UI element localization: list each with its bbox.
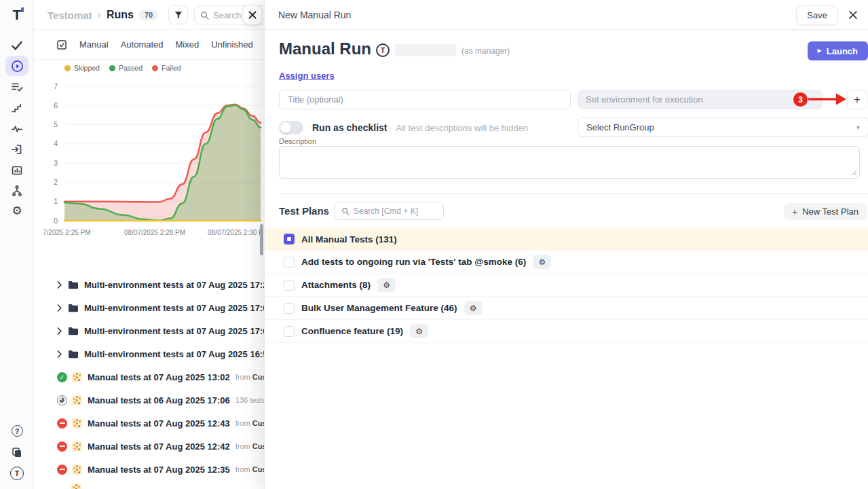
test-plan-row[interactable]: Bulk User Management Feature (46) ⚙ xyxy=(265,297,868,320)
description-textarea[interactable] xyxy=(279,146,860,179)
select-all-icon[interactable] xyxy=(56,39,67,50)
run-meta: fromCustom xyxy=(235,419,264,427)
help-button[interactable]: ? xyxy=(0,425,34,437)
test-plan-row[interactable]: Attachments (8) ⚙ xyxy=(265,274,868,297)
tab-mixed[interactable]: Mixed xyxy=(176,39,200,50)
sidebar-item-import[interactable] xyxy=(0,143,34,156)
test-plan-row-selected[interactable]: All Manual Tests (131) xyxy=(265,228,868,251)
folder-icon xyxy=(68,327,79,336)
rungroup-select[interactable]: Select RunGroup ▾ xyxy=(578,117,868,137)
sidebar-item-branches[interactable] xyxy=(0,185,34,197)
manual-run-icon xyxy=(72,372,82,382)
drawer-topbar: New Manual Run Save xyxy=(265,0,868,30)
scrollbar-thumb[interactable] xyxy=(260,224,263,255)
test-plan-row[interactable]: Confluence feature (19) ⚙ xyxy=(265,320,868,343)
run-group-row[interactable]: Multi-environment tests at 07 Aug 2025 1… xyxy=(34,273,264,296)
section-divider xyxy=(279,193,868,194)
sidebar-item-settings[interactable]: ⚙ xyxy=(0,205,34,217)
close-drawer-button[interactable] xyxy=(846,8,860,22)
breadcrumb-separator: › xyxy=(98,9,101,21)
manual-run-icon xyxy=(72,395,82,405)
rungroup-value: Select RunGroup xyxy=(586,122,654,132)
assign-users-link[interactable]: Assign users xyxy=(279,71,335,81)
annotation-badge-3: 3 xyxy=(793,92,808,107)
checkbox-unchecked[interactable] xyxy=(284,257,295,268)
failed-status-icon xyxy=(57,465,67,475)
plan-settings-button[interactable]: ⚙ xyxy=(410,324,428,338)
run-group-row[interactable]: Multi-environment tests at 07 Aug 2025 1… xyxy=(34,319,264,342)
resize-grip-icon[interactable] xyxy=(850,169,857,176)
environment-input[interactable] xyxy=(578,90,823,109)
run-group-row[interactable]: Multi-environment tests at 07 Aug 2025 1… xyxy=(34,296,264,319)
runs-trend-chart: 01234567 xyxy=(34,76,264,224)
legend-dot-icon xyxy=(64,65,71,71)
gear-icon: ⚙ xyxy=(470,304,477,313)
test-plans-search-input[interactable] xyxy=(354,206,432,216)
svg-text:1: 1 xyxy=(54,197,58,205)
plan-settings-button[interactable]: ⚙ xyxy=(533,255,551,269)
sidebar-item-test-plans[interactable] xyxy=(0,81,34,93)
failed-status-icon xyxy=(57,418,67,429)
chevron-right-icon[interactable] xyxy=(57,327,62,335)
svg-text:2: 2 xyxy=(54,178,58,186)
run-meta: fromCustom xyxy=(235,465,264,473)
tab-manual[interactable]: Manual xyxy=(79,39,109,50)
test-plans-search[interactable] xyxy=(335,202,444,220)
gear-icon: ⚙ xyxy=(538,257,546,267)
run-row[interactable]: Manual tests at 07 Aug 2025 12:35 fromCu… xyxy=(34,458,264,481)
checkbox-unchecked[interactable] xyxy=(284,303,295,314)
launch-button[interactable]: ▶ Launch xyxy=(808,41,868,60)
folder-icon xyxy=(68,304,79,312)
run-as-checklist-toggle[interactable] xyxy=(279,121,303,134)
sidebar-item-milestones[interactable] xyxy=(0,102,34,114)
save-button[interactable]: Save xyxy=(796,5,838,25)
chevron-right-icon[interactable] xyxy=(57,304,62,312)
run-meta: fromCustom xyxy=(235,442,264,450)
run-row[interactable]: Manual tests at 06 Aug 2025 17:06 136 te… xyxy=(34,388,264,412)
checkbox-unchecked[interactable] xyxy=(284,326,295,337)
checkbox-checked[interactable] xyxy=(284,234,295,244)
tab-automated[interactable]: Automated xyxy=(121,39,164,50)
close-icon xyxy=(248,11,257,19)
new-manual-run-drawer: New Manual Run Save Manual Run T (as man… xyxy=(264,0,868,489)
run-group-row[interactable]: Multi-environment tests at 07 Aug 2025 1… xyxy=(34,342,264,365)
projects-button[interactable] xyxy=(0,446,34,458)
app-logo[interactable]: T xyxy=(0,7,34,23)
checkbox-unchecked[interactable] xyxy=(284,280,295,291)
svg-text:4: 4 xyxy=(54,139,58,147)
description-label: Description xyxy=(279,137,316,145)
sidebar-item-tests[interactable] xyxy=(0,39,34,52)
tab-unfinished[interactable]: Unfinished xyxy=(211,39,252,50)
account-button[interactable]: T xyxy=(0,467,34,480)
chevron-right-icon[interactable] xyxy=(57,350,62,358)
play-circle-icon xyxy=(11,60,24,73)
run-label: Manual tests at 07 Aug 2025 13:02 xyxy=(88,372,230,382)
legend-dot-icon xyxy=(152,65,158,71)
clear-search-button[interactable] xyxy=(243,5,262,24)
filter-button[interactable] xyxy=(168,5,188,24)
sidebar-item-runs[interactable] xyxy=(0,60,34,73)
run-icon-partial xyxy=(71,484,81,489)
plan-settings-button[interactable]: ⚙ xyxy=(464,301,483,315)
plan-settings-button[interactable]: ⚙ xyxy=(377,278,396,292)
new-test-plan-button[interactable]: + New Test Plan xyxy=(784,203,867,220)
plus-icon: + xyxy=(792,206,797,217)
chevron-right-icon[interactable] xyxy=(57,281,62,289)
run-row[interactable]: Manual tests at 07 Aug 2025 12:43 fromCu… xyxy=(34,412,264,435)
svg-text:5: 5 xyxy=(54,120,58,128)
run-row[interactable]: Manual tests at 07 Aug 2025 12:42 fromCu… xyxy=(34,435,264,458)
sidebar-item-reports[interactable] xyxy=(0,164,34,177)
gear-icon: ⚙ xyxy=(383,280,390,290)
test-plan-row[interactable]: Add tests to ongoing run via 'Tests' tab… xyxy=(265,251,868,274)
icon-rail: T ⚙ ? xyxy=(0,0,34,489)
manual-run-icon xyxy=(72,418,82,429)
breadcrumb-app[interactable]: Testomat xyxy=(48,10,92,21)
runs-tabs: Manual Automated Mixed Unfinished xyxy=(34,30,264,60)
title-input[interactable] xyxy=(279,90,571,109)
search-icon xyxy=(200,11,209,20)
legend-dot-icon xyxy=(109,65,115,71)
sidebar-item-activity[interactable] xyxy=(0,123,34,135)
add-environment-button[interactable]: + xyxy=(847,90,867,109)
run-row[interactable]: Manual tests at 07 Aug 2025 13:02 fromCu… xyxy=(34,365,264,388)
svg-text:3: 3 xyxy=(54,159,58,167)
